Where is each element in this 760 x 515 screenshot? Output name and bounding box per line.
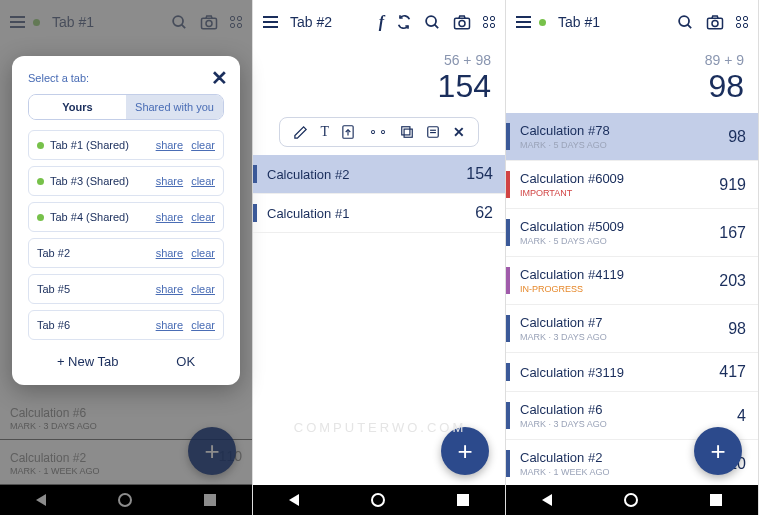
tab-name: Tab #4 (Shared) [50,211,129,223]
svg-point-7 [459,21,465,27]
tab-name: Tab #5 [37,283,70,295]
accent-bar [506,219,510,246]
clear-link[interactable]: clear [191,247,215,259]
tab-title: Tab #1 [558,14,600,30]
apps-icon[interactable] [483,16,495,28]
pencil-icon[interactable] [293,125,308,140]
share-link[interactable]: share [156,211,184,223]
function-icon[interactable]: f [379,13,384,31]
export-icon[interactable] [341,124,355,140]
share-icon[interactable]: ⚬⚬ [368,125,388,139]
tab-row[interactable]: Tab #3 (Shared)shareclear [28,166,224,196]
list-item[interactable]: Calculation #3119417 [506,353,758,392]
accent-bar [506,267,510,294]
shared-dot-icon [37,214,44,221]
list-item[interactable]: Calculation #162 [253,194,505,233]
row-title: Calculation #2 [520,450,719,465]
expression-text: 56 + 98 [267,52,491,68]
camera-icon[interactable] [706,14,724,30]
accent-bar [506,450,510,477]
search-icon[interactable] [424,14,441,31]
modal-label: Select a tab: [28,72,224,84]
clear-link[interactable]: clear [191,175,215,187]
result-text: 98 [520,68,744,105]
menu-icon[interactable] [263,16,278,28]
tab-name: Tab #6 [37,319,70,331]
home-icon[interactable] [624,493,638,507]
list-item[interactable]: Calculation #7MARK · 3 DAYS AGO98 [506,305,758,353]
plus-icon: + [710,436,725,467]
copy-icon[interactable] [400,125,414,139]
recents-icon[interactable] [710,494,722,506]
segment-yours[interactable]: Yours [29,95,126,119]
share-link[interactable]: share [156,247,184,259]
text-icon[interactable]: T [321,124,330,140]
clear-link[interactable]: clear [191,283,215,295]
camera-icon[interactable] [453,14,471,30]
result-text: 154 [267,68,491,105]
row-subtitle: IN-PROGRESS [520,284,719,294]
tab-row[interactable]: Tab #4 (Shared)shareclear [28,202,224,232]
close-icon[interactable]: ✕ [211,66,228,90]
share-link[interactable]: share [156,139,184,151]
row-value: 98 [728,128,746,146]
row-title: Calculation #1 [267,206,475,221]
row-title: Calculation #5009 [520,219,719,234]
share-link[interactable]: share [156,175,184,187]
refresh-icon[interactable] [396,14,412,30]
tab-row[interactable]: Tab #1 (Shared)shareclear [28,130,224,160]
back-icon[interactable] [542,494,552,506]
expression-area: 89 + 9 98 [506,44,758,113]
panel-3: Tab #1 89 + 9 98 Calculation #78MARK · 5… [506,0,759,515]
row-subtitle: MARK · 3 DAYS AGO [520,419,737,429]
plus-icon: + [457,436,472,467]
search-icon[interactable] [677,14,694,31]
row-title: Calculation #3119 [520,365,719,380]
recents-icon[interactable] [457,494,469,506]
tab-list: Tab #1 (Shared)shareclearTab #3 (Shared)… [28,130,224,340]
clear-link[interactable]: clear [191,319,215,331]
accent-bar [253,165,257,183]
panel-2: Tab #2 f 56 + 98 154 T ⚬⚬ ✕ Calculation … [253,0,506,515]
share-link[interactable]: share [156,283,184,295]
apps-icon[interactable] [736,16,748,28]
shared-dot-icon [37,178,44,185]
expression-area: 56 + 98 154 [253,44,505,113]
note-icon[interactable] [426,125,440,139]
shared-dot-icon [37,142,44,149]
back-icon[interactable] [289,494,299,506]
segment-shared[interactable]: Shared with you [126,95,223,119]
fab-add-button[interactable]: + [694,427,742,475]
new-tab-button[interactable]: + New Tab [57,354,119,369]
list-item[interactable]: Calculation #5009MARK · 5 DAYS AGO167 [506,209,758,257]
list-item[interactable]: Calculation #4119IN-PROGRESS203 [506,257,758,305]
list-item[interactable]: Calculation #2154 [253,155,505,194]
accent-bar [506,123,510,150]
share-link[interactable]: share [156,319,184,331]
close-toolbar-icon[interactable]: ✕ [453,124,465,140]
row-value: 417 [719,363,746,381]
accent-bar [253,204,257,222]
list-item[interactable]: Calculation #78MARK · 5 DAYS AGO98 [506,113,758,161]
list-item[interactable]: Calculation #6009IMPORTANT919 [506,161,758,209]
menu-icon[interactable] [516,16,531,28]
row-value: 919 [719,176,746,194]
tab-row[interactable]: Tab #6shareclear [28,310,224,340]
row-value: 154 [466,165,493,183]
svg-rect-11 [404,129,412,137]
tab-title: Tab #2 [290,14,332,30]
home-icon[interactable] [371,493,385,507]
clear-link[interactable]: clear [191,211,215,223]
row-title: Calculation #4119 [520,267,719,282]
ok-button[interactable]: OK [176,354,195,369]
fab-add-button[interactable]: + [441,427,489,475]
tab-name: Tab #1 (Shared) [50,139,129,151]
tab-name: Tab #3 (Shared) [50,175,129,187]
row-title: Calculation #2 [267,167,466,182]
clear-link[interactable]: clear [191,139,215,151]
row-value: 203 [719,272,746,290]
topbar: Tab #2 f [253,0,505,44]
tab-row[interactable]: Tab #5shareclear [28,274,224,304]
segment-control: Yours Shared with you [28,94,224,120]
tab-row[interactable]: Tab #2shareclear [28,238,224,268]
